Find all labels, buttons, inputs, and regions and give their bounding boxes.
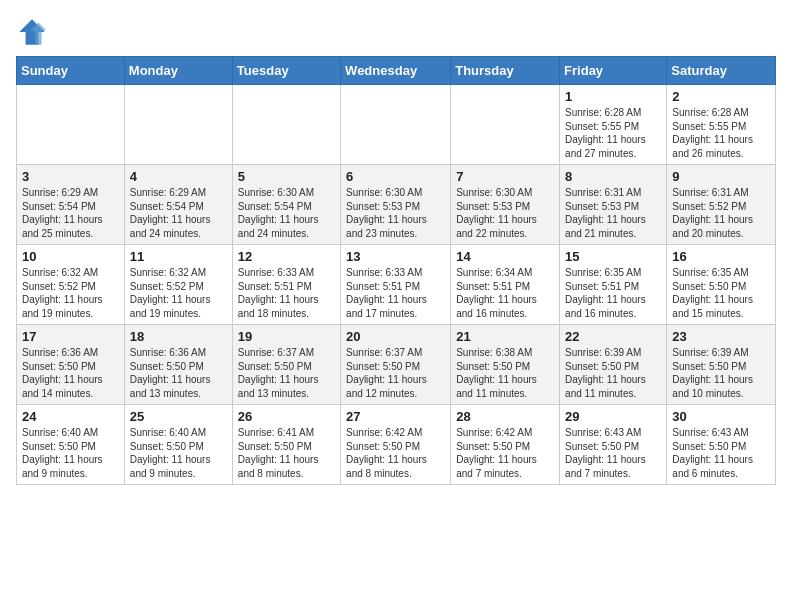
cell-info: Sunrise: 6:30 AM Sunset: 5:54 PM Dayligh… [238,186,335,240]
cell-info: Sunrise: 6:41 AM Sunset: 5:50 PM Dayligh… [238,426,335,480]
day-number: 17 [22,329,119,344]
calendar-cell [124,85,232,165]
cell-info: Sunrise: 6:42 AM Sunset: 5:50 PM Dayligh… [456,426,554,480]
cell-info: Sunrise: 6:39 AM Sunset: 5:50 PM Dayligh… [672,346,770,400]
cell-info: Sunrise: 6:34 AM Sunset: 5:51 PM Dayligh… [456,266,554,320]
cell-info: Sunrise: 6:31 AM Sunset: 5:52 PM Dayligh… [672,186,770,240]
calendar-cell: 11Sunrise: 6:32 AM Sunset: 5:52 PM Dayli… [124,245,232,325]
calendar-cell: 17Sunrise: 6:36 AM Sunset: 5:50 PM Dayli… [17,325,125,405]
day-number: 28 [456,409,554,424]
cell-info: Sunrise: 6:40 AM Sunset: 5:50 PM Dayligh… [130,426,227,480]
day-number: 18 [130,329,227,344]
calendar-cell: 4Sunrise: 6:29 AM Sunset: 5:54 PM Daylig… [124,165,232,245]
calendar-day-header: Sunday [17,57,125,85]
calendar-cell: 18Sunrise: 6:36 AM Sunset: 5:50 PM Dayli… [124,325,232,405]
day-number: 14 [456,249,554,264]
calendar-cell: 29Sunrise: 6:43 AM Sunset: 5:50 PM Dayli… [560,405,667,485]
day-number: 9 [672,169,770,184]
day-number: 19 [238,329,335,344]
calendar-cell [17,85,125,165]
calendar-cell: 16Sunrise: 6:35 AM Sunset: 5:50 PM Dayli… [667,245,776,325]
calendar-cell: 20Sunrise: 6:37 AM Sunset: 5:50 PM Dayli… [341,325,451,405]
cell-info: Sunrise: 6:30 AM Sunset: 5:53 PM Dayligh… [456,186,554,240]
day-number: 22 [565,329,661,344]
day-number: 2 [672,89,770,104]
day-number: 26 [238,409,335,424]
cell-info: Sunrise: 6:30 AM Sunset: 5:53 PM Dayligh… [346,186,445,240]
cell-info: Sunrise: 6:33 AM Sunset: 5:51 PM Dayligh… [346,266,445,320]
calendar-cell: 22Sunrise: 6:39 AM Sunset: 5:50 PM Dayli… [560,325,667,405]
day-number: 10 [22,249,119,264]
cell-info: Sunrise: 6:28 AM Sunset: 5:55 PM Dayligh… [565,106,661,160]
day-number: 6 [346,169,445,184]
calendar-cell: 10Sunrise: 6:32 AM Sunset: 5:52 PM Dayli… [17,245,125,325]
logo-icon [16,16,48,48]
calendar-week-row: 17Sunrise: 6:36 AM Sunset: 5:50 PM Dayli… [17,325,776,405]
calendar-week-row: 3Sunrise: 6:29 AM Sunset: 5:54 PM Daylig… [17,165,776,245]
day-number: 16 [672,249,770,264]
calendar-cell: 7Sunrise: 6:30 AM Sunset: 5:53 PM Daylig… [451,165,560,245]
cell-info: Sunrise: 6:29 AM Sunset: 5:54 PM Dayligh… [22,186,119,240]
cell-info: Sunrise: 6:38 AM Sunset: 5:50 PM Dayligh… [456,346,554,400]
cell-info: Sunrise: 6:36 AM Sunset: 5:50 PM Dayligh… [22,346,119,400]
cell-info: Sunrise: 6:32 AM Sunset: 5:52 PM Dayligh… [130,266,227,320]
calendar-cell: 27Sunrise: 6:42 AM Sunset: 5:50 PM Dayli… [341,405,451,485]
cell-info: Sunrise: 6:36 AM Sunset: 5:50 PM Dayligh… [130,346,227,400]
day-number: 20 [346,329,445,344]
cell-info: Sunrise: 6:42 AM Sunset: 5:50 PM Dayligh… [346,426,445,480]
calendar-cell: 8Sunrise: 6:31 AM Sunset: 5:53 PM Daylig… [560,165,667,245]
calendar-day-header: Saturday [667,57,776,85]
calendar-day-header: Friday [560,57,667,85]
calendar-cell: 24Sunrise: 6:40 AM Sunset: 5:50 PM Dayli… [17,405,125,485]
calendar-week-row: 24Sunrise: 6:40 AM Sunset: 5:50 PM Dayli… [17,405,776,485]
day-number: 23 [672,329,770,344]
cell-info: Sunrise: 6:35 AM Sunset: 5:51 PM Dayligh… [565,266,661,320]
calendar-cell: 3Sunrise: 6:29 AM Sunset: 5:54 PM Daylig… [17,165,125,245]
header [16,16,776,48]
calendar-cell: 14Sunrise: 6:34 AM Sunset: 5:51 PM Dayli… [451,245,560,325]
cell-info: Sunrise: 6:29 AM Sunset: 5:54 PM Dayligh… [130,186,227,240]
day-number: 1 [565,89,661,104]
logo [16,16,52,48]
calendar-day-header: Thursday [451,57,560,85]
page: SundayMondayTuesdayWednesdayThursdayFrid… [0,0,792,495]
calendar-cell: 30Sunrise: 6:43 AM Sunset: 5:50 PM Dayli… [667,405,776,485]
cell-info: Sunrise: 6:37 AM Sunset: 5:50 PM Dayligh… [238,346,335,400]
cell-info: Sunrise: 6:31 AM Sunset: 5:53 PM Dayligh… [565,186,661,240]
calendar-cell: 5Sunrise: 6:30 AM Sunset: 5:54 PM Daylig… [232,165,340,245]
day-number: 29 [565,409,661,424]
cell-info: Sunrise: 6:35 AM Sunset: 5:50 PM Dayligh… [672,266,770,320]
calendar-cell: 15Sunrise: 6:35 AM Sunset: 5:51 PM Dayli… [560,245,667,325]
day-number: 24 [22,409,119,424]
cell-info: Sunrise: 6:37 AM Sunset: 5:50 PM Dayligh… [346,346,445,400]
calendar-cell: 6Sunrise: 6:30 AM Sunset: 5:53 PM Daylig… [341,165,451,245]
cell-info: Sunrise: 6:43 AM Sunset: 5:50 PM Dayligh… [672,426,770,480]
calendar-cell: 23Sunrise: 6:39 AM Sunset: 5:50 PM Dayli… [667,325,776,405]
cell-info: Sunrise: 6:39 AM Sunset: 5:50 PM Dayligh… [565,346,661,400]
calendar: SundayMondayTuesdayWednesdayThursdayFrid… [16,56,776,485]
calendar-week-row: 10Sunrise: 6:32 AM Sunset: 5:52 PM Dayli… [17,245,776,325]
day-number: 12 [238,249,335,264]
day-number: 11 [130,249,227,264]
cell-info: Sunrise: 6:40 AM Sunset: 5:50 PM Dayligh… [22,426,119,480]
calendar-cell [232,85,340,165]
calendar-cell: 25Sunrise: 6:40 AM Sunset: 5:50 PM Dayli… [124,405,232,485]
calendar-week-row: 1Sunrise: 6:28 AM Sunset: 5:55 PM Daylig… [17,85,776,165]
day-number: 4 [130,169,227,184]
calendar-cell [451,85,560,165]
cell-info: Sunrise: 6:28 AM Sunset: 5:55 PM Dayligh… [672,106,770,160]
calendar-cell: 26Sunrise: 6:41 AM Sunset: 5:50 PM Dayli… [232,405,340,485]
calendar-cell: 2Sunrise: 6:28 AM Sunset: 5:55 PM Daylig… [667,85,776,165]
calendar-header-row: SundayMondayTuesdayWednesdayThursdayFrid… [17,57,776,85]
calendar-cell: 12Sunrise: 6:33 AM Sunset: 5:51 PM Dayli… [232,245,340,325]
cell-info: Sunrise: 6:32 AM Sunset: 5:52 PM Dayligh… [22,266,119,320]
day-number: 25 [130,409,227,424]
day-number: 5 [238,169,335,184]
calendar-day-header: Tuesday [232,57,340,85]
calendar-day-header: Wednesday [341,57,451,85]
calendar-cell: 21Sunrise: 6:38 AM Sunset: 5:50 PM Dayli… [451,325,560,405]
day-number: 8 [565,169,661,184]
day-number: 21 [456,329,554,344]
calendar-cell: 13Sunrise: 6:33 AM Sunset: 5:51 PM Dayli… [341,245,451,325]
day-number: 3 [22,169,119,184]
